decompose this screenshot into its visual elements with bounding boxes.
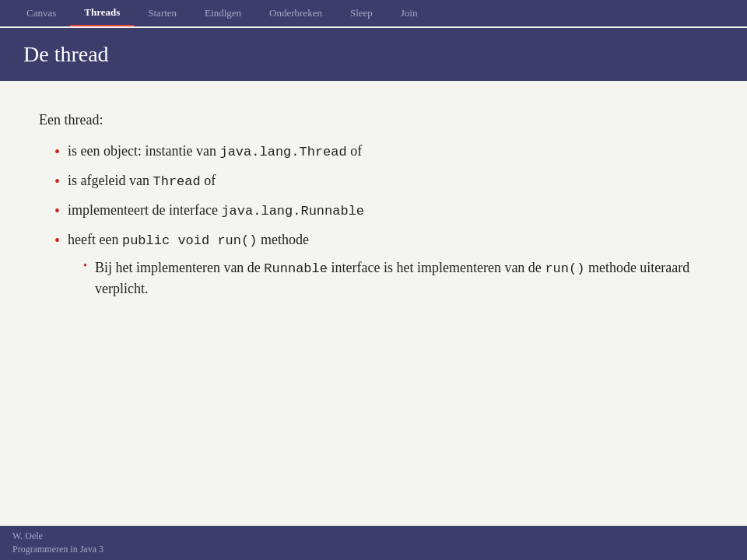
title-banner: De thread (0, 28, 747, 81)
nav-item-sleep[interactable]: Sleep (336, 0, 387, 26)
code-runnable: java.lang.Runnable (221, 204, 364, 219)
list-item: • is afgeleid van Thread of (54, 170, 708, 192)
navbar: Canvas Threads Starten Eindigen Onderbre… (0, 0, 747, 26)
code-run-method: public void run() (122, 233, 257, 248)
nav-item-canvas[interactable]: Canvas (12, 0, 70, 26)
nav-item-join[interactable]: Join (387, 0, 432, 26)
list-item: • is een object: instantie van java.lang… (54, 141, 708, 163)
bullet-text-3: implementeert de interface java.lang.Run… (68, 200, 364, 222)
bullet-text-4: heeft een public void run() methode • Bi… (68, 229, 708, 306)
bullet-text-2: is afgeleid van Thread of (68, 170, 216, 192)
sub-bullet-text-1: Bij het implementeren van de Runnable in… (95, 257, 708, 300)
code-run-2: run() (545, 261, 584, 276)
code-java-thread: java.lang.Thread (219, 145, 346, 159)
sub-bullet-icon: • (83, 257, 87, 275)
sub-bullet-list: • Bij het implementeren van de Runnable … (83, 257, 708, 300)
nav-item-starten[interactable]: Starten (134, 0, 191, 26)
bullet-text-1: is een object: instantie van java.lang.T… (68, 141, 362, 163)
code-thread: Thread (153, 174, 200, 189)
nav-item-eindigen[interactable]: Eindigen (191, 0, 255, 26)
nav-item-threads[interactable]: Threads (70, 0, 134, 26)
bullet-icon: • (54, 170, 60, 192)
footer-course: Programmeren in Java 3 (12, 544, 735, 555)
code-runnable-2: Runnable (264, 261, 328, 276)
list-item: • heeft een public void run() methode • … (54, 229, 708, 306)
footer-author: W. Oele (12, 530, 735, 542)
list-item: • Bij het implementeren van de Runnable … (83, 257, 708, 300)
bullet-icon: • (54, 141, 60, 163)
bullet-icon: • (54, 200, 60, 222)
list-item: • implementeert de interface java.lang.R… (54, 200, 708, 222)
footer: W. Oele Programmeren in Java 3 (0, 526, 747, 560)
page-title: De thread (23, 42, 724, 67)
main-content: Een thread: • is een object: instantie v… (0, 81, 747, 526)
bullet-list: • is een object: instantie van java.lang… (54, 141, 708, 306)
nav-item-onderbreken[interactable]: Onderbreken (255, 0, 336, 26)
bullet-icon: • (54, 229, 60, 251)
intro-text: Een thread: (39, 112, 708, 128)
